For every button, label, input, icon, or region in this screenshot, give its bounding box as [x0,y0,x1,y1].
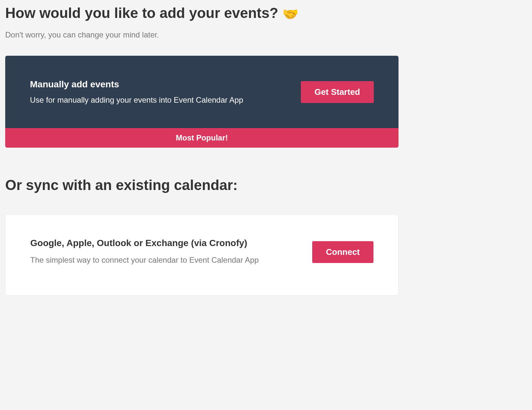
cronofy-card: Google, Apple, Outlook or Exchange (via … [5,214,399,296]
cronofy-description: The simplest way to connect your calenda… [30,254,299,266]
manual-add-card: Manually add events Use for manually add… [5,56,399,128]
page-title: How would you like to add your events? 🤝 [5,5,399,22]
page-subtitle: Don't worry, you can change your mind la… [5,30,399,39]
sync-section-heading: Or sync with an existing calendar: [5,177,399,193]
cronofy-content: Google, Apple, Outlook or Exchange (via … [30,238,312,266]
manual-add-description: Use for manually adding your events into… [30,95,301,105]
cronofy-title: Google, Apple, Outlook or Exchange (via … [30,238,299,248]
manual-add-content: Manually add events Use for manually add… [30,79,301,105]
manual-add-title: Manually add events [30,79,301,90]
connect-button[interactable]: Connect [312,241,373,263]
most-popular-badge: Most Popular! [5,128,399,148]
page-title-text: How would you like to add your events? [5,5,282,21]
handshake-icon: 🤝 [282,7,299,21]
get-started-button[interactable]: Get Started [301,81,374,103]
